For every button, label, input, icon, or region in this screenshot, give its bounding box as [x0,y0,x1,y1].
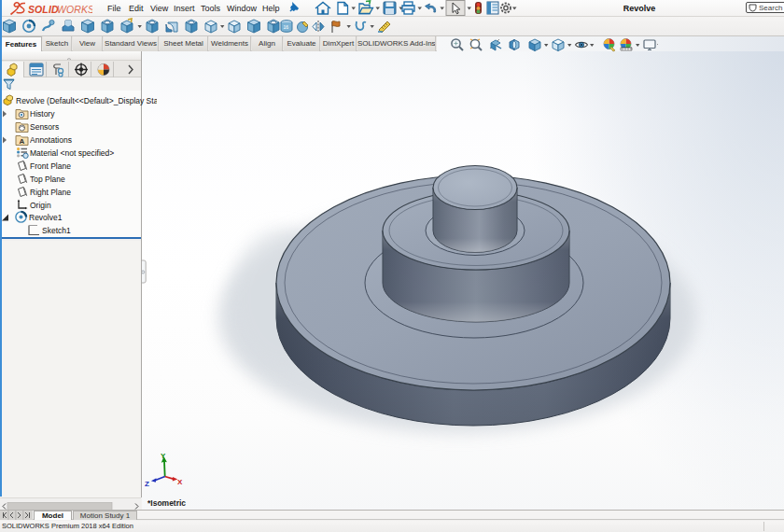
svg-text:Z: Z [145,480,149,488]
svg-text:SOLID: SOLID [28,4,59,15]
svg-text:A: A [19,137,24,146]
svg-text:*Isometric: *Isometric [147,498,186,508]
svg-text:X: X [177,478,183,486]
svg-text:WORKS: WORKS [57,4,92,15]
svg-text:Y: Y [161,452,166,460]
